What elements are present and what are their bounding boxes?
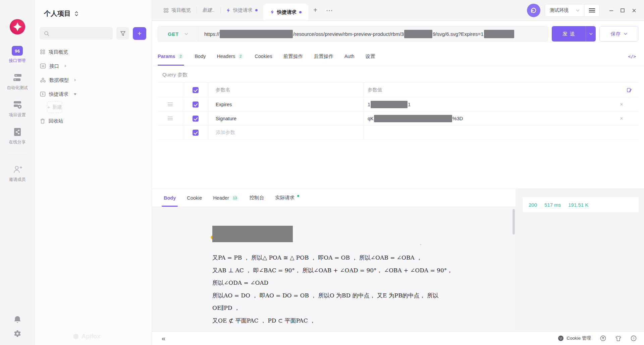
tab-label: Header: [213, 195, 229, 201]
math-text-line: OE∥PD ，: [212, 302, 481, 315]
send-label: 发送: [552, 31, 586, 37]
new-label: 新建: [52, 104, 62, 110]
tab-pre-operations[interactable]: 前置操作: [283, 47, 303, 66]
environment-menu-button[interactable]: [585, 4, 599, 16]
drag-cell: [158, 112, 183, 126]
redaction-block: [212, 226, 293, 242]
close-button[interactable]: [628, 4, 640, 17]
tab-settings[interactable]: 设置: [366, 47, 375, 66]
rail-bottom: [13, 315, 21, 338]
collapse-sidebar-button[interactable]: «: [162, 335, 165, 342]
tab-new[interactable]: 新建..: [197, 0, 220, 20]
project-settings-icon: [12, 100, 22, 110]
upload-button[interactable]: [600, 335, 606, 341]
select-all-checkbox[interactable]: [193, 87, 199, 93]
scrollbar-thumb[interactable]: [513, 209, 515, 234]
menu-item-data-models[interactable]: 数据模型: [35, 73, 152, 87]
tab-response-header[interactable]: Header 13: [213, 189, 238, 207]
unsaved-dot: [299, 11, 302, 13]
param-value-cell[interactable]: qK %3D ×: [363, 112, 638, 126]
rail-item-project-settings[interactable]: 项目设置: [9, 100, 26, 118]
tab-response-body[interactable]: Body: [164, 189, 176, 207]
help-button[interactable]: ?: [631, 335, 637, 341]
tab-label: 快捷请求: [233, 7, 253, 13]
apifox-logo[interactable]: [10, 19, 25, 34]
tab-project-overview[interactable]: 项目概览: [158, 0, 197, 20]
search-box[interactable]: [40, 27, 113, 40]
param-value-cell[interactable]: [363, 126, 638, 140]
rail-label: 邀请成员: [9, 177, 26, 183]
more-tabs-button[interactable]: ⋯: [322, 0, 336, 20]
tab-quick-request-1[interactable]: 快捷请求: [220, 0, 263, 20]
tab-actual-request[interactable]: 实际请求: [275, 189, 299, 207]
project-switcher[interactable]: 个人项目: [44, 9, 152, 18]
method-select[interactable]: GET: [158, 26, 198, 41]
param-name-cell[interactable]: Signature: [208, 112, 363, 126]
generate-code-button[interactable]: </>: [628, 54, 636, 59]
add-param-cell[interactable]: 添加参数: [208, 126, 363, 140]
menu-item-project-overview[interactable]: 项目概览: [35, 45, 152, 59]
notification-bell-icon[interactable]: [13, 315, 21, 324]
tab-headers[interactable]: Headers 2: [217, 47, 244, 66]
send-button[interactable]: 发送: [552, 26, 596, 42]
checkbox-cell: [183, 97, 208, 112]
environment-select[interactable]: 测试环境: [545, 7, 584, 13]
chevron-right-icon: [74, 78, 76, 82]
tab-cookies[interactable]: Cookies: [255, 47, 272, 66]
menu-item-recycle-bin[interactable]: 回收站: [35, 114, 152, 128]
menu-item-apis[interactable]: 96 接口: [35, 59, 152, 73]
delete-row-icon[interactable]: ×: [620, 101, 623, 107]
menu-item-quick-requests[interactable]: 快捷请求: [35, 87, 152, 101]
param-value-cell[interactable]: 1 1 ×: [363, 97, 638, 112]
rail-item-automated-testing[interactable]: 自动化测试: [7, 73, 28, 91]
drag-handle[interactable]: [168, 102, 173, 106]
row-checkbox[interactable]: [193, 101, 199, 108]
minimize-button[interactable]: [605, 4, 617, 17]
save-button[interactable]: 保存: [599, 26, 638, 42]
tab-post-operations[interactable]: 后置操作: [314, 47, 333, 66]
apifox-watermark: Apifox: [73, 333, 100, 340]
settings-gear-icon[interactable]: [13, 330, 21, 338]
tab-body[interactable]: Body: [195, 47, 206, 66]
response-meta-panel: 200 517 ms 191.51 K: [516, 189, 644, 331]
row-checkbox[interactable]: [193, 130, 199, 136]
math-text-line: 又OE ⊄ 平面PAC ， PD ⊂ 平面PAC ，: [212, 315, 481, 327]
tab-label: Cookies: [255, 54, 272, 59]
delete-row-icon[interactable]: ×: [620, 116, 623, 121]
url-input-group: GET https:// /resource/oss/preview/rbm-p…: [158, 26, 548, 42]
new-quick-request-button[interactable]: + 新建: [47, 101, 62, 113]
tab-params[interactable]: Params 2: [158, 47, 183, 66]
environment-group: 测试环境: [545, 4, 600, 17]
rail-item-online-share[interactable]: 在线分享: [9, 127, 26, 145]
tabbar-right: 测试环境: [527, 0, 644, 21]
tab-response-cookie[interactable]: Cookie: [187, 189, 202, 207]
search-input[interactable]: [52, 31, 113, 36]
window-controls: [605, 4, 640, 17]
rail-divider: [7, 155, 28, 155]
checkbox-cell: [183, 126, 208, 140]
theme-button[interactable]: [615, 336, 622, 341]
rail-label: 项目设置: [9, 112, 26, 118]
main-area: 项目概览 新建.. 快捷请求 快捷请求 + ⋯: [152, 0, 644, 345]
new-tab-button[interactable]: +: [308, 0, 322, 20]
tab-quick-request-2[interactable]: 快捷请求: [263, 4, 308, 20]
response-tabs: Body Cookie Header 13 控制台 实际请求: [152, 189, 516, 207]
rail-item-invite-members[interactable]: 邀请成员: [9, 164, 26, 183]
param-name-cell[interactable]: Expires: [208, 97, 363, 112]
rail-item-api-management[interactable]: 96 接口管理: [9, 46, 26, 64]
add-button[interactable]: +: [133, 27, 146, 40]
cookie-manager-button[interactable]: Cookie 管理: [558, 335, 591, 341]
tab-console[interactable]: 控制台: [250, 189, 264, 207]
sync-button[interactable]: [527, 4, 540, 17]
row-checkbox[interactable]: [193, 116, 199, 122]
drag-handle[interactable]: [168, 117, 173, 120]
maximize-button[interactable]: [617, 4, 628, 17]
column-header-label: 参数值: [368, 87, 382, 93]
status-code: 200: [529, 202, 537, 208]
filter-button[interactable]: [116, 27, 129, 40]
plus-icon: +: [138, 29, 142, 38]
send-options-button[interactable]: [586, 26, 596, 42]
bulk-edit-icon[interactable]: [627, 87, 632, 93]
tab-auth[interactable]: Auth: [344, 47, 355, 66]
url-input[interactable]: https:// /resource/oss/preview/rbm-previ…: [198, 30, 515, 38]
